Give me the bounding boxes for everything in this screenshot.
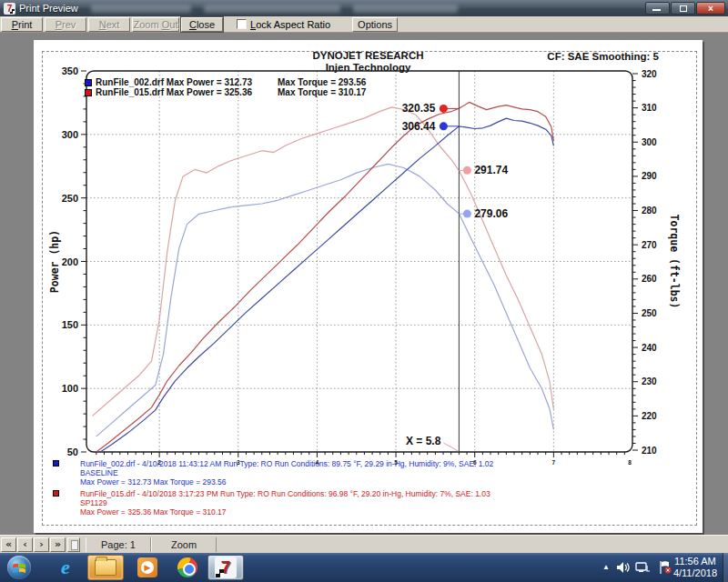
svg-text:260: 260 [642,274,657,284]
svg-text:300: 300 [642,137,657,147]
print-button[interactable]: Print [1,17,43,32]
prev-page-button[interactable]: Prev [45,17,86,32]
window-title: Print Preview [19,3,78,14]
legend-torque: Max Torque = 293.56 [278,77,366,87]
taskbar-item-chrome[interactable] [169,555,206,580]
legend-row-runfile-002: RunFile_002.drf Max Power = 312.73 Max T… [85,77,366,87]
chart-legend: RunFile_002.drf Max Power = 312.73 Max T… [85,77,366,97]
svg-text:290: 290 [642,171,657,181]
svg-text:270: 270 [642,240,657,250]
internet-explorer-icon: e [61,556,70,579]
title-bar: 7 Print Preview × [0,0,728,16]
speaker-icon[interactable] [617,562,630,573]
first-page-button[interactable]: « [1,537,16,552]
legend-row-runfile-015: RunFile_015.drf Max Power = 325.36 Max T… [85,87,366,97]
taskbar-clock[interactable]: 11:56 AM 4/11/2018 [673,556,717,579]
preview-area: DYNOJET RESEARCH Injen Technology CF: SA… [0,33,728,535]
svg-text:320.35: 320.35 [402,102,436,115]
svg-text:291.74: 291.74 [474,164,508,176]
run-conditions-line: RunFile_015.drf - 4/10/2018 3:17:23 PM R… [80,489,490,498]
media-player-icon: ▶ [137,557,157,577]
svg-text:300: 300 [62,129,78,140]
lock-aspect-ratio-control: Lock Aspect Ratio [237,19,330,30]
run-name: SP1129 [80,498,490,507]
lock-aspect-ratio-label: Lock Aspect Ratio [250,19,330,30]
legend-torque: Max Torque = 310.17 [278,87,366,97]
svg-text:210: 210 [642,446,657,456]
zoom-cell: Zoom [151,537,217,552]
svg-text:X = 5.8: X = 5.8 [406,435,441,447]
next-page-nav-button[interactable]: › [34,537,49,552]
redacted-title-text [204,5,340,13]
svg-text:230: 230 [642,376,657,386]
page-number-cell: Page: 1 [86,537,151,552]
svg-text:310: 310 [642,103,657,113]
run-info-baseline: RunFile_002.drf - 4/10/2018 11:43:12 AM … [53,459,493,487]
network-icon[interactable] [635,562,650,573]
show-desktop-button[interactable] [723,553,728,582]
legend-swatch-blue [85,79,92,86]
taskbar-item-media-player[interactable]: ▶ [129,555,166,580]
page-setup-icon[interactable] [67,537,80,552]
run-max-values: Max Power = 312.73 Max Torque = 293.56 [80,477,493,487]
restore-button[interactable] [671,2,695,15]
svg-text:350: 350 [62,65,78,76]
svg-text:Torque (ft-lbs): Torque (ft-lbs) [668,215,681,309]
windows-flag-icon [12,561,26,574]
run-swatch-blue [53,460,59,467]
svg-text:200: 200 [62,256,78,267]
last-page-button[interactable]: » [50,537,66,552]
folder-icon [95,559,116,576]
start-button[interactable] [7,556,31,579]
svg-text:240: 240 [642,343,657,353]
toolbar: Print Prev Next Zoom Out Close Lock Aspe… [0,16,728,33]
svg-text:100: 100 [62,383,78,394]
run-info-sp1129: RunFile_015.drf - 4/10/2018 3:17:23 PM R… [53,489,490,517]
run-conditions-line: RunFile_002.drf - 4/10/2018 11:43:12 AM … [80,459,493,468]
run-swatch-red [53,490,59,497]
svg-text:8: 8 [628,459,632,466]
previous-page-button[interactable]: ‹ [17,537,33,552]
options-button[interactable]: Options [352,17,398,32]
chrome-icon [177,557,197,577]
svg-text:220: 220 [642,411,657,421]
run-name: BASELINE [80,468,493,477]
svg-text:279.06: 279.06 [474,207,508,220]
svg-text:150: 150 [62,319,78,330]
svg-text:250: 250 [62,193,78,204]
redacted-title-text [353,5,458,13]
lock-aspect-ratio-checkbox[interactable] [237,19,247,29]
zoom-out-button[interactable]: Zoom Out [132,17,179,32]
clock-time: 11:56 AM [673,556,717,567]
svg-text:Power (hp): Power (hp) [48,230,61,293]
clock-date: 4/11/2018 [673,567,717,579]
svg-text:250: 250 [642,308,657,318]
taskbar-item-explorer[interactable] [87,555,124,580]
print-preview-window: 7 Print Preview × Print Prev Next Zoom O… [0,0,728,582]
status-bar: « ‹ › » Page: 1 Zoom [0,535,728,553]
taskbar-item-winpep7[interactable]: 7 [207,555,244,580]
window-controls: × [645,2,725,15]
report-page: DYNOJET RESEARCH Injen Technology CF: SA… [34,40,703,533]
taskbar-item-internet-explorer[interactable]: e [47,555,84,580]
app-icon: 7 [4,3,15,15]
svg-text:306.44: 306.44 [402,120,436,133]
action-center-flag-icon[interactable] [659,561,672,574]
legend-swatch-red [85,89,92,96]
close-preview-button[interactable]: Close [181,17,223,32]
run-max-values: Max Power = 325.36 Max Torque = 310.17 [80,507,490,517]
hidden-icons-arrow[interactable]: ▲ [602,563,610,571]
taskbar: e ▶ 7 ▲ [0,553,728,582]
svg-text:50: 50 [67,447,78,457]
minimize-button[interactable] [645,2,670,15]
svg-text:320: 320 [642,69,657,79]
legend-label: RunFile_002.drf Max Power = 312.73 [96,77,278,87]
legend-label: RunFile_015.drf Max Power = 325.36 [96,87,278,97]
redacted-title-text [91,5,191,13]
svg-text:280: 280 [642,206,657,216]
svg-text:7: 7 [552,459,556,466]
winpep7-icon: 7 [215,557,237,578]
close-window-button[interactable]: × [696,2,725,15]
next-page-button[interactable]: Next [88,17,130,32]
